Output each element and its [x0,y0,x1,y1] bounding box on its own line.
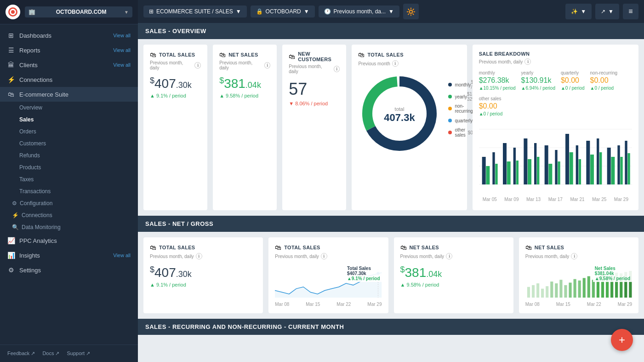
subnav-refunds[interactable]: Refunds [19,149,138,161]
donut-bag-icon: 🛍 [358,51,365,58]
subnav-sales[interactable]: Sales [19,114,138,126]
total-sales-card: 🛍 TOTAL SALES Previous month, daily ℹ $4… [143,45,207,210]
svg-rect-19 [590,155,594,184]
subnav-orders[interactable]: Orders [19,126,138,138]
svg-rect-33 [599,152,602,184]
suite-dropdown-icon: ▼ [236,8,241,15]
menu-btn[interactable]: ≡ [623,4,638,19]
reports-label: Reports [19,47,40,54]
net-sales-change: 9.58% / period [219,93,270,98]
col-nonrecurring: non-recurring $0.00 ▲0 / period [590,70,617,91]
support-link[interactable]: Support ↗ [67,351,91,356]
ng-total-info[interactable]: ℹ [196,253,202,259]
svg-rect-10 [503,143,507,184]
sparkle-btn[interactable]: ✨ ▼ [565,4,592,19]
insights-view-all[interactable]: View all [113,253,131,258]
net-gross-cards: 🛍 TOTAL SALES Previous month, daily ℹ $4… [138,232,644,319]
ng-net-chart-header: 🛍 NET SALES [525,244,632,251]
ng-bag-icon2: 🛍 [275,244,281,251]
ecommerce-subnav: Overview Sales Orders Customers Refunds … [0,102,138,197]
org-name: OCTOBOARD.COM [56,9,107,15]
subnav-overview[interactable]: Overview [19,102,138,114]
recurring-title: SALES - RECURRING AND NON-RECURRING - CU… [145,323,344,330]
total-sales-info[interactable]: ℹ [194,62,201,69]
ng-total-value: $407.30k [150,265,256,280]
reports-icon: ☰ [7,46,15,54]
nav-clients[interactable]: 🏛 Clients View all [0,57,138,72]
subnav-products[interactable]: Products [19,161,138,173]
breakdown-cols: monthly $276.38k ▲10.15% / period yearly… [479,70,632,116]
ng-net-title: NET SALES [410,245,439,250]
connections-icon: ⚡ [7,76,15,83]
ng-net-chart-info[interactable]: ℹ [571,253,577,259]
nav-dashboards[interactable]: ⊞ Dashboards View all [0,28,138,43]
subnav-customers[interactable]: Customers [19,138,138,149]
nav-insights[interactable]: 📊 Insights View all [0,248,138,263]
total-sales-change: 9.1% / period [150,93,201,98]
period-selector[interactable]: 🕐 Previous month, da... ▼ [319,6,399,17]
nav-settings[interactable]: ⚙ Settings [0,263,138,277]
svg-rect-54 [587,276,590,298]
svg-rect-11 [507,161,510,184]
content-area: SALES - OVERVIEW 🛍 TOTAL SALES Previous … [138,23,644,362]
svg-rect-31 [578,159,581,184]
ng-net-sparkline: Net Sales$381.04k▲9.58% / period [525,265,632,302]
dashboards-view-all[interactable]: View all [113,33,131,38]
svg-rect-53 [582,278,585,298]
dashboards-label: Dashboards [19,32,51,39]
docs-link[interactable]: Docs ↗ [42,351,59,356]
svg-rect-32 [597,138,599,184]
fab-add-button[interactable]: + [611,329,633,351]
feedback-link[interactable]: Feedback ↗ [7,351,35,356]
svg-rect-26 [534,143,536,184]
donut-title: TOTAL SALES [367,52,403,57]
subnav-transactions[interactable]: Transactions [19,185,138,197]
ng-net-chart-title: NET SALES [535,245,564,250]
donut-header: 🛍 TOTAL SALES [358,51,460,58]
subnav-connections2[interactable]: ⚡ Connections [12,209,138,221]
org-selector[interactable]: 🏢 OCTOBOARD.COM ▼ [25,6,132,17]
svg-rect-25 [516,161,518,184]
clients-view-all[interactable]: View all [113,62,131,68]
bag-icon3: 🛍 [289,53,295,60]
nav-connections[interactable]: ⚡ Connections [0,72,138,87]
ng-total-change: 9.1% / period [150,282,256,287]
bag-icon: 🛍 [150,51,156,58]
svg-rect-49 [564,285,567,298]
nav-ecommerce[interactable]: 🛍 E-commerce Suite [0,87,138,102]
suite-selector[interactable]: ⊞ ECOMMERCE SUITE / SALES ▼ [143,6,247,17]
ng-net-bag-icon2: 🛍 [525,244,532,251]
board-selector[interactable]: 🔒 OCTOBOARD ▼ [251,6,315,17]
flash-btn[interactable]: 🔆 [403,4,419,19]
svg-rect-17 [569,152,573,184]
net-sales-info[interactable]: ℹ [264,62,271,69]
insights-label: Insights [19,252,40,259]
nav-reports[interactable]: ☰ Reports View all [0,43,138,57]
ng-sparkline-xlabels: Mar 08 Mar 15 Mar 22 Mar 29 [275,302,382,307]
dot-othersales [448,131,452,134]
suite-label: ECOMMERCE SUITE / SALES [156,8,233,15]
net-sales-card: 🛍 NET SALES Previous month, daily ℹ $381… [213,45,277,210]
subnav-configuration[interactable]: ⚙ Configuration [12,197,138,209]
share-btn[interactable]: ↗ ▼ [595,4,619,19]
svg-rect-50 [569,282,571,298]
new-customers-title: NEW CUSTOMERS [298,51,340,62]
reports-view-all[interactable]: View all [113,47,131,53]
svg-rect-51 [573,279,576,298]
donut-info[interactable]: ℹ [392,60,399,67]
ng-total-chart-subtitle: Previous month, daily ℹ [275,253,382,259]
ng-net-change: 9.58% / period [400,282,507,287]
bar-chart-svg [479,120,632,194]
nav-ppc[interactable]: 📈 PPC Analytics [0,233,138,248]
breakdown-info[interactable]: ℹ [524,58,531,65]
ng-net-bag-icon: 🛍 [400,244,407,251]
share-icon: ↗ [601,8,605,15]
new-customers-info[interactable]: ℹ [334,66,340,72]
subnav-taxes[interactable]: Taxes [19,173,138,185]
bag-icon2: 🛍 [219,51,226,58]
ng-total-chart-info[interactable]: ℹ [321,253,327,259]
subnav-data-monitoring[interactable]: 🔍 Data Monitoring [12,221,138,233]
ng-net-info[interactable]: ℹ [446,253,452,259]
dot-monthly [448,83,452,86]
svg-rect-55 [592,280,595,298]
